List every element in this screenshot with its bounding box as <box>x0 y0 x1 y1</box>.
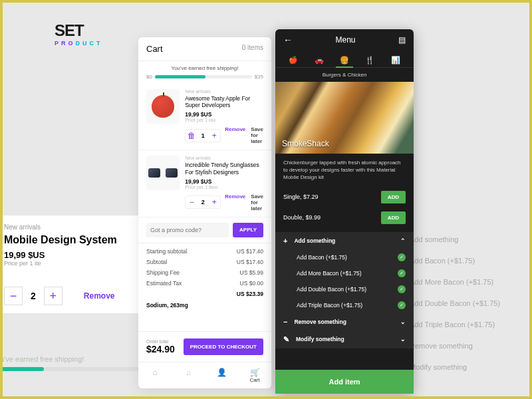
qty-stepper: − 2 + <box>185 196 221 209</box>
menu-option: Double, $9.99 ADD <box>283 207 406 228</box>
extra-item[interactable]: Add Triple Bacon (+$1.75)✓ <box>275 297 414 313</box>
cart-header: Cart 0 items <box>138 37 271 61</box>
nav-cart[interactable]: 🛒Cart <box>238 362 271 388</box>
menu-item-name: SmokeShack <box>282 139 329 148</box>
nav-account[interactable]: 👤 <box>205 362 238 388</box>
list-item[interactable]: Add More Bacon (+$1.75) <box>410 271 516 293</box>
user-icon: 👤 <box>205 368 238 377</box>
list-item[interactable]: Modify something <box>410 356 516 378</box>
logo-sub: PRODUCT <box>55 40 103 47</box>
bg-shipping-text: ou've earned free shipping! <box>0 355 156 363</box>
tab-burger[interactable]: 🍔 <box>336 53 353 67</box>
cart-footer: Order total $24.90 PROCEED TO CHECKOUT <box>138 331 271 362</box>
nav-search[interactable]: ⌕ <box>172 362 205 388</box>
chevron-down-icon: ⌄ <box>400 319 406 325</box>
cart-item: New arrivals Incredible Trendy Sunglasse… <box>138 150 271 217</box>
menu-options: Single, $7.29 ADD Double, $9.99 ADD <box>275 187 414 228</box>
minus-button[interactable]: − <box>4 287 23 305</box>
menu-title: Menu <box>335 35 355 45</box>
plus-button[interactable]: + <box>44 287 63 305</box>
cart-icon: 🛒 <box>238 368 271 377</box>
tab-icon[interactable]: 🚗 <box>311 53 328 67</box>
extra-item[interactable]: Add Double Bacon (+$1.75)✓ <box>275 281 414 297</box>
apply-button[interactable]: APPLY <box>233 223 263 237</box>
cart-item: New arrivals Awesome Tasty Apple For Sup… <box>138 84 271 150</box>
list-item[interactable]: Add Double Bacon (+$1.75) <box>410 293 516 314</box>
check-icon: ✓ <box>398 253 406 261</box>
minus-button[interactable]: − <box>186 196 198 208</box>
bg-tag: New arrivals <box>4 223 134 231</box>
pencil-icon: ✎ <box>283 335 289 344</box>
menu-panel: ← Menu ▤ 🍎 🚗 🍔 🍴 📊 Burgers & Chicken Smo… <box>275 29 414 394</box>
bg-product-card: New arrivals Mobile Design System 19,99 … <box>0 215 142 313</box>
add-button[interactable]: ADD <box>381 191 406 203</box>
ship-progress <box>155 75 252 78</box>
sodium-text: Sodium, 263mg <box>146 302 263 309</box>
cart-shipping: You've earned free shipping! $0 $35 <box>138 61 271 84</box>
remove-link[interactable]: Remove <box>225 126 245 144</box>
plus-button[interactable]: + <box>208 196 220 208</box>
list-item[interactable]: Remove something <box>410 335 516 356</box>
item-image <box>146 156 180 190</box>
nav-home[interactable]: ⌂ <box>138 362 172 388</box>
menu-header: ← Menu ▤ <box>275 29 414 51</box>
tab-icon[interactable]: 🍴 <box>361 53 378 67</box>
back-icon[interactable]: ← <box>283 35 293 45</box>
item-price: 19,99 $US <box>185 111 263 118</box>
ship-text: You've earned free shipping! <box>146 65 263 71</box>
receipt-icon[interactable]: ▤ <box>398 35 406 45</box>
plus-button[interactable]: + <box>208 130 220 142</box>
promo-input[interactable] <box>146 223 229 237</box>
plus-icon: + <box>283 237 287 245</box>
item-price: 19,99 $US <box>185 178 263 185</box>
delete-icon[interactable]: 🗑 <box>186 130 198 142</box>
remove-link[interactable]: Remove <box>84 291 115 301</box>
item-image <box>146 89 180 124</box>
menu-item-image: SmokeShack <box>275 82 414 154</box>
chevron-up-icon: ⌃ <box>400 237 406 244</box>
bg-price: 19,99 $US <box>4 250 134 260</box>
cart-summary: Starting subtotalUS $17.40 SubtotalUS $1… <box>138 243 271 311</box>
save-link[interactable]: Save for later <box>251 126 263 144</box>
cart-title: Cart <box>146 44 163 54</box>
logo: SET PRODUCT <box>55 21 103 47</box>
chevron-down-icon: ⌄ <box>400 336 406 342</box>
bg-extras-list: Add something Add Bacon (+$1.75) Add Mor… <box>410 229 516 378</box>
remove-link[interactable]: Remove <box>225 194 245 211</box>
check-icon: ✓ <box>398 269 406 277</box>
check-icon: ✓ <box>398 301 406 309</box>
item-name: Incredible Trendy Sunglasses For Stylish… <box>185 162 263 175</box>
qty-value: 2 <box>31 291 36 301</box>
extra-item[interactable]: Add More Bacon (+$1.75)✓ <box>275 265 414 281</box>
list-item[interactable]: Add Triple Bacon (+$1.75) <box>410 314 516 335</box>
extras-remove-header[interactable]: − Remove something ⌄ <box>275 313 414 331</box>
list-item[interactable]: Add something <box>410 229 516 250</box>
menu-category: Burgers & Chicken <box>275 68 414 82</box>
bg-shipping-bar: ou've earned free shipping! $35 <box>0 355 156 371</box>
tab-icon[interactable]: 🍎 <box>285 53 302 67</box>
cart-count: 0 items <box>242 44 263 54</box>
qty-stepper: 🗑 1 + <box>185 129 221 142</box>
menu-option: Single, $7.29 ADD <box>283 187 406 207</box>
order-total: $24.90 <box>146 344 175 354</box>
check-icon: ✓ <box>398 285 406 293</box>
tab-icon[interactable]: 📊 <box>387 53 404 67</box>
item-name: Awesome Tasty Apple For Super Developers <box>185 95 263 108</box>
add-item-button[interactable]: Add item <box>275 370 414 394</box>
extras-add-header[interactable]: + Add something ⌃ <box>275 232 414 249</box>
minus-icon: − <box>283 318 287 326</box>
add-button[interactable]: ADD <box>381 211 406 224</box>
save-link[interactable]: Save for later <box>251 194 263 211</box>
logo-main: SET <box>55 21 103 40</box>
bg-sub: Price per 1 ite <box>4 260 134 267</box>
cart-bottom-nav: ⌂ ⌕ 👤 🛒Cart <box>138 362 271 388</box>
checkout-button[interactable]: PROCEED TO CHECKOUT <box>184 338 263 355</box>
bg-qty-row: − 2 + Remove <box>4 287 134 305</box>
sunglasses-icon <box>148 167 178 179</box>
search-icon: ⌕ <box>172 368 205 377</box>
extra-item[interactable]: Add Bacon (+$1.75)✓ <box>275 249 414 265</box>
extras-modify-header[interactable]: ✎ Modify something ⌄ <box>275 331 414 348</box>
menu-tabs: 🍎 🚗 🍔 🍴 📊 <box>275 51 414 68</box>
list-item[interactable]: Add Bacon (+$1.75) <box>410 250 516 271</box>
home-icon: ⌂ <box>138 368 172 377</box>
